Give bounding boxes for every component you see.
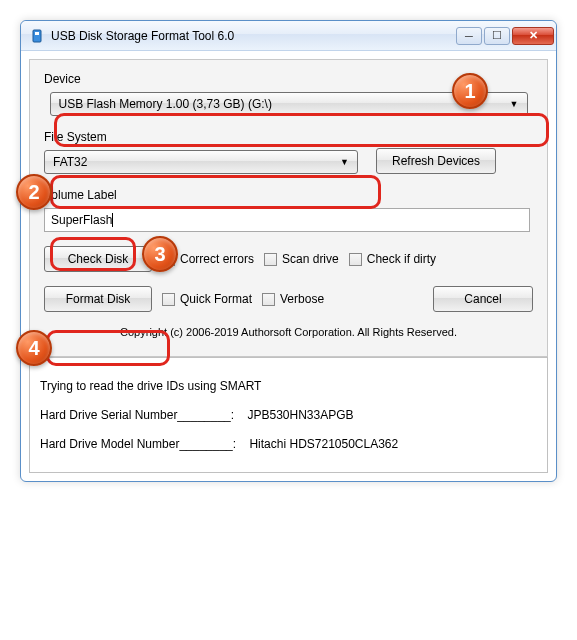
chevron-down-icon: ▼ (340, 157, 349, 167)
quick-format-checkbox[interactable]: Quick Format (162, 292, 252, 306)
svg-rect-0 (33, 30, 41, 42)
chevron-down-icon: ▼ (510, 99, 519, 109)
app-icon (29, 28, 45, 44)
volume-value: SuperFlash (51, 213, 112, 227)
close-button[interactable]: ✕ (512, 27, 554, 45)
main-panel: Device USB Flash Memory 1.00 (3,73 GB) (… (29, 59, 548, 357)
cancel-button[interactable]: Cancel (433, 286, 533, 312)
check-dirty-checkbox[interactable]: Check if dirty (349, 252, 436, 266)
text-cursor (112, 213, 113, 227)
filesystem-label: File System (44, 130, 358, 144)
titlebar[interactable]: USB Disk Storage Format Tool 6.0 ─ ☐ ✕ (21, 21, 556, 51)
log-line: Hard Drive Serial Number________: JPB530… (40, 401, 537, 430)
filesystem-dropdown[interactable]: FAT32 ▼ (44, 150, 358, 174)
refresh-devices-button[interactable]: Refresh Devices (376, 148, 496, 174)
log-line: Trying to read the drive IDs using SMART (40, 372, 537, 401)
scan-drive-checkbox[interactable]: Scan drive (264, 252, 339, 266)
check-disk-button[interactable]: Check Disk (44, 246, 152, 272)
device-label: Device (44, 72, 533, 86)
svg-rect-1 (35, 32, 39, 35)
filesystem-selected: FAT32 (53, 155, 340, 169)
device-selected: USB Flash Memory 1.00 (3,73 GB) (G:\) (59, 97, 510, 111)
verbose-checkbox[interactable]: Verbose (262, 292, 324, 306)
maximize-button[interactable]: ☐ (484, 27, 510, 45)
correct-errors-checkbox[interactable]: Correct errors (162, 252, 254, 266)
volume-label: Volume Label (44, 188, 533, 202)
log-line: Hard Drive Model Number________: Hitachi… (40, 430, 537, 459)
app-window: USB Disk Storage Format Tool 6.0 ─ ☐ ✕ D… (20, 20, 557, 482)
copyright-text: Copyright (c) 2006-2019 Authorsoft Corpo… (44, 326, 533, 338)
log-panel: Trying to read the drive IDs using SMART… (29, 357, 548, 473)
volume-input[interactable]: SuperFlash (44, 208, 530, 232)
minimize-button[interactable]: ─ (456, 27, 482, 45)
format-disk-button[interactable]: Format Disk (44, 286, 152, 312)
device-dropdown[interactable]: USB Flash Memory 1.00 (3,73 GB) (G:\) ▼ (50, 92, 528, 116)
window-title: USB Disk Storage Format Tool 6.0 (51, 29, 456, 43)
